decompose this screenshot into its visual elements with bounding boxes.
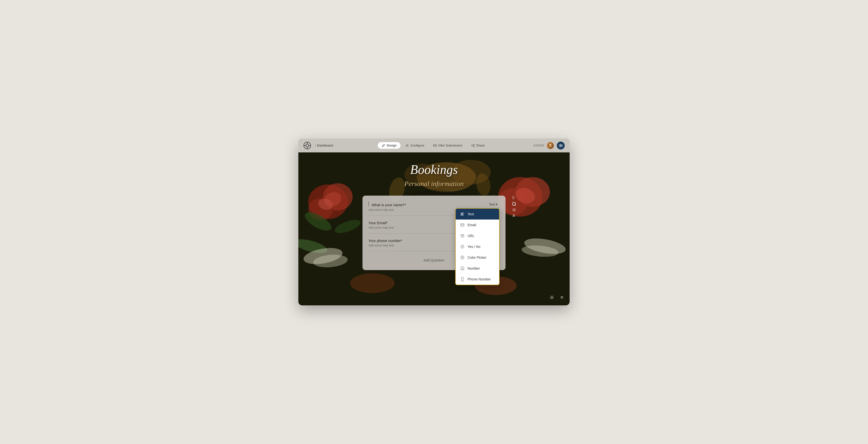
question-type-button[interactable]: Text ▾ — [487, 202, 500, 207]
question-1: What is your name?* Text ▾ — [368, 202, 500, 216]
form-overlay: Bookings Personal information ⠿ — [299, 152, 569, 305]
topbar-right: SAVED — [534, 142, 565, 149]
svg-point-52 — [463, 257, 464, 258]
dropdown-item-email[interactable]: Email — [456, 219, 499, 230]
dropdown-colorpicker-label: Color Picker — [468, 256, 486, 260]
svg-point-13 — [549, 144, 551, 146]
app-window: ‹ Dashboard Design Configure — [299, 139, 569, 305]
dropdown-email-label: Email — [468, 223, 476, 227]
envelope-icon — [433, 144, 437, 147]
app-logo — [303, 142, 311, 149]
settings-icon[interactable] — [512, 208, 516, 212]
svg-text:1: 1 — [462, 267, 463, 270]
dropdown-yesno-label: Yes / No — [468, 245, 480, 249]
dropdown-url-label: URL — [468, 234, 474, 238]
bottom-toolbar: ✕ — [548, 294, 566, 301]
svg-point-1 — [306, 144, 309, 147]
svg-point-51 — [461, 257, 462, 258]
nav-design-label: Design — [386, 144, 397, 147]
dropdown-item-number[interactable]: 1 Number — [456, 263, 499, 274]
topbar-nav: Design Configure After Submission — [378, 142, 489, 149]
svg-point-57 — [462, 280, 463, 281]
question-3-label: Your phone number* — [368, 239, 402, 243]
nav-item-configure[interactable]: Configure — [401, 142, 428, 149]
nav-share-label: Share — [476, 144, 485, 147]
email-type-icon — [460, 222, 465, 228]
text-cursor — [368, 202, 369, 206]
nav-item-after-submission[interactable]: After Submission — [429, 142, 466, 149]
topbar: ‹ Dashboard Design Configure — [299, 139, 569, 152]
svg-rect-45 — [461, 214, 463, 214]
dropdown-item-colorpicker[interactable]: Color Picker — [456, 252, 499, 263]
nav-after-submission-label: After Submission — [438, 144, 462, 147]
chevron-left-icon: ‹ — [315, 144, 316, 147]
text-type-icon — [460, 211, 465, 217]
svg-point-53 — [462, 258, 463, 259]
dropdown-number-label: Number — [468, 266, 480, 270]
form-subtitle: Personal information — [404, 180, 464, 188]
eye-icon — [559, 144, 563, 147]
colorpicker-type-icon — [460, 255, 465, 260]
svg-point-8 — [473, 144, 474, 145]
back-button[interactable]: ‹ Dashboard — [315, 144, 333, 147]
svg-line-11 — [472, 145, 473, 145]
main-content: Bookings Personal information ⠿ — [299, 152, 569, 305]
svg-point-43 — [514, 209, 515, 211]
nav-configure-label: Configure — [410, 144, 424, 147]
dropdown-item-url[interactable]: URL — [456, 230, 499, 241]
svg-line-12 — [472, 146, 473, 146]
gear-icon — [405, 144, 409, 147]
type-dropdown-menu: Text — [455, 208, 500, 285]
form-title: Bookings — [410, 162, 458, 177]
dropdown-text-label: Text — [468, 212, 474, 216]
dropdown-phone-label: Phone Number — [468, 277, 491, 281]
share-icon — [471, 144, 475, 147]
avatar[interactable] — [547, 142, 554, 149]
type-selector-wrapper: Text ▾ — [487, 202, 500, 207]
question-1-label: What is your name?* — [368, 202, 406, 207]
svg-point-9 — [471, 145, 472, 146]
dropdown-item-text[interactable]: Text — [456, 209, 499, 219]
bottom-settings-icon[interactable] — [548, 294, 556, 301]
url-type-icon — [460, 233, 465, 239]
dropdown-item-yesno[interactable]: Yes / No — [456, 241, 499, 252]
dropdown-item-phone[interactable]: Phone Number — [456, 274, 499, 285]
svg-rect-47 — [461, 224, 464, 226]
back-label: Dashboard — [317, 144, 333, 147]
pencil-icon — [382, 144, 385, 147]
phone-type-icon — [460, 276, 465, 282]
nav-item-share[interactable]: Share — [467, 142, 489, 149]
svg-point-58 — [551, 297, 553, 298]
svg-point-6 — [407, 145, 408, 146]
svg-rect-7 — [434, 145, 436, 147]
preview-button[interactable] — [557, 142, 565, 149]
svg-rect-44 — [461, 213, 464, 213]
number-type-icon: 1 — [460, 266, 465, 271]
duplicate-icon[interactable] — [512, 202, 516, 206]
saved-status: SAVED — [534, 144, 544, 147]
svg-rect-46 — [461, 215, 464, 215]
form-card: ⠿ ✕ — [363, 196, 505, 270]
svg-point-10 — [473, 146, 474, 147]
bottom-close-icon[interactable]: ✕ — [558, 294, 566, 301]
card-actions: ⠿ ✕ — [512, 196, 516, 218]
nav-item-design[interactable]: Design — [378, 142, 400, 149]
chevron-down-icon: ▾ — [496, 203, 498, 206]
avatar-icon — [549, 143, 552, 148]
drag-handle-icon[interactable]: ⠿ — [512, 196, 516, 200]
yesno-type-icon — [460, 244, 465, 249]
add-question-button[interactable]: Add Question — [420, 256, 448, 264]
question-2-label: Your Email* — [368, 221, 388, 225]
svg-point-50 — [461, 256, 464, 259]
type-label: Text — [489, 203, 495, 206]
close-icon[interactable]: ✕ — [512, 214, 516, 218]
svg-rect-42 — [513, 202, 515, 205]
svg-point-15 — [560, 145, 561, 146]
